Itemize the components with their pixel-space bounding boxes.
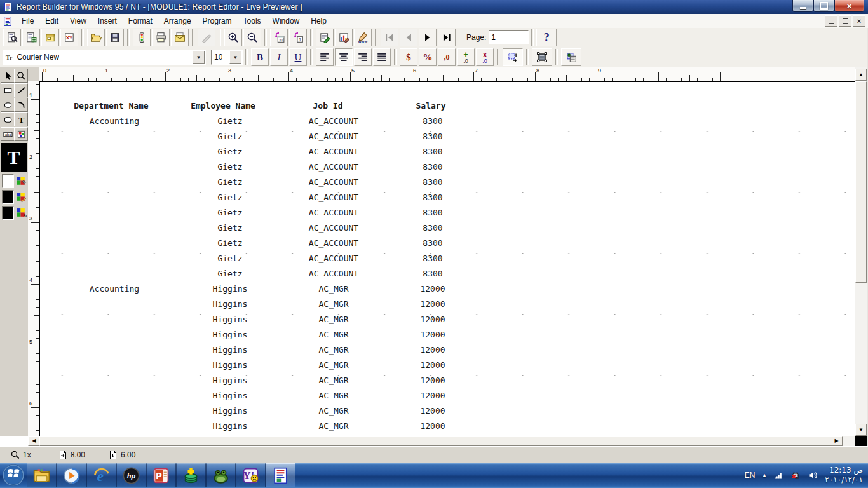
chevron-down-icon[interactable]: ▼ [229,51,241,64]
scroll-down-button[interactable]: ▼ [855,424,867,436]
field-tool[interactable]: abc [1,127,15,141]
cell-salary[interactable]: 8300 [363,236,503,251]
cell-salary[interactable]: 8300 [363,144,503,159]
cell-salary[interactable]: 12000 [363,373,503,388]
cell-salary[interactable]: 12000 [363,403,503,419]
fill-color-swatch[interactable] [2,174,14,188]
close-button[interactable]: × [834,0,864,12]
tray-expand-icon[interactable]: ▲ [761,472,767,478]
select-tool[interactable] [1,69,15,83]
task-hp[interactable]: hp [116,463,146,487]
currency-format-button[interactable]: $ [400,48,417,66]
cell-salary[interactable]: 12000 [363,342,503,358]
comma-format-button[interactable]: ,0 [438,48,456,66]
fill-color-picker-icon[interactable] [16,176,27,187]
menu-help[interactable]: Help [305,15,332,27]
task-toad[interactable] [206,463,236,487]
maximize-button[interactable] [813,0,834,12]
task-windows-explorer[interactable] [27,463,57,487]
font-size-select[interactable]: 10 ▼ [211,50,243,65]
text-color-swatch[interactable] [2,206,14,220]
italic-button[interactable]: I [270,48,288,66]
minimize-button[interactable] [792,0,813,12]
confine-mode-button[interactable] [532,48,552,66]
col-salary[interactable]: Salary [361,98,501,114]
power-icon[interactable] [790,470,801,481]
scroll-right-button[interactable]: ▶ [831,436,843,446]
menu-tools[interactable]: Tools [238,15,267,27]
line-color-swatch[interactable] [2,190,14,204]
data-model-view-button[interactable] [22,29,40,46]
cell-salary[interactable]: 12000 [363,419,503,434]
cell-salary[interactable]: 12000 [363,312,503,327]
menu-file[interactable]: File [16,15,39,27]
cell-salary[interactable]: 8300 [363,251,503,266]
cell-salary[interactable]: 12000 [363,281,503,297]
magnify-tool[interactable] [14,69,28,83]
cell-salary[interactable]: 8300 [363,175,503,190]
mdi-minimize-button[interactable] [825,15,837,27]
font-name-select[interactable]: Tr Courier New ▼ [3,50,206,65]
scroll-up-button[interactable]: ▲ [855,69,867,81]
arc-tool[interactable] [14,98,28,112]
graphics-tool[interactable] [14,127,28,141]
scroll-left-button[interactable]: ◀ [28,436,40,446]
rounded-rectangle-tool[interactable] [1,112,15,126]
menu-arrange[interactable]: Arrange [158,15,197,27]
volume-icon[interactable] [808,470,818,481]
cell-salary[interactable]: 12000 [363,388,503,403]
task-media-player[interactable] [57,463,86,487]
align-left-button[interactable] [316,48,334,66]
horizontal-scroll-thumb[interactable] [39,436,831,446]
task-internet-explorer[interactable]: e [86,463,116,487]
horizontal-scrollbar[interactable]: ◀ ▶ [28,436,855,446]
open-button[interactable] [87,29,105,46]
help-button[interactable]: ? [536,29,557,46]
cell-salary[interactable]: 8300 [363,159,503,175]
edit-chart-button[interactable] [335,29,353,46]
page-number-input[interactable] [489,30,529,44]
mdi-restore-button[interactable] [839,15,851,27]
start-button[interactable] [0,463,27,487]
edit-margin-button[interactable] [561,48,581,66]
menu-window[interactable]: Window [267,15,306,27]
network-icon[interactable] [773,470,784,481]
layout-model-view-button[interactable] [41,29,59,46]
parameter-form-view-button[interactable]: XY [60,29,78,46]
zoom-in-button[interactable] [224,29,242,46]
task-powerpoint[interactable]: P [146,463,176,487]
text-color-picker-icon[interactable]: Aa [16,208,27,219]
line-color-picker-icon[interactable] [16,192,27,203]
edit-web-button[interactable]: www [354,29,372,46]
text-tool[interactable]: T [14,112,28,126]
run-report-button[interactable] [133,29,151,46]
cell-salary[interactable]: 8300 [363,190,503,205]
cell-salary[interactable]: 12000 [363,297,503,312]
remove-decimal-button[interactable]: x.0 [476,48,494,66]
insert-page-number-button[interactable]: 1 [289,29,307,46]
vertical-scrollbar[interactable]: ▲ ▼ [855,67,867,436]
bold-button[interactable]: B [251,48,269,66]
cell-salary[interactable]: 8300 [363,220,503,236]
cell-salary[interactable]: 8300 [363,114,503,129]
clock[interactable]: 12:13 ص ٢٠١٠/١٢/٠١ [825,466,863,485]
align-justify-button[interactable] [373,48,391,66]
underline-button[interactable]: U [289,48,307,66]
flex-mode-button[interactable] [503,48,523,66]
last-page-button[interactable] [438,29,456,46]
menu-edit[interactable]: Edit [39,15,64,27]
mail-button[interactable] [171,29,189,46]
align-center-button[interactable] [335,48,353,66]
report-canvas[interactable]: Department NameEmployee NameJob IdSalary… [40,82,855,436]
print-button[interactable] [152,29,170,46]
rectangle-tool[interactable] [1,83,15,97]
language-indicator[interactable]: EN [745,471,756,480]
save-button[interactable] [106,29,124,46]
zoom-out-button[interactable] [243,29,261,46]
cell-salary[interactable]: 8300 [363,129,503,144]
chevron-down-icon[interactable]: ▼ [193,51,205,64]
task-report-builder[interactable] [266,463,295,487]
edit-text-button[interactable] [316,29,334,46]
vertical-scroll-thumb[interactable] [855,81,867,283]
cell-salary[interactable]: 12000 [363,358,503,373]
